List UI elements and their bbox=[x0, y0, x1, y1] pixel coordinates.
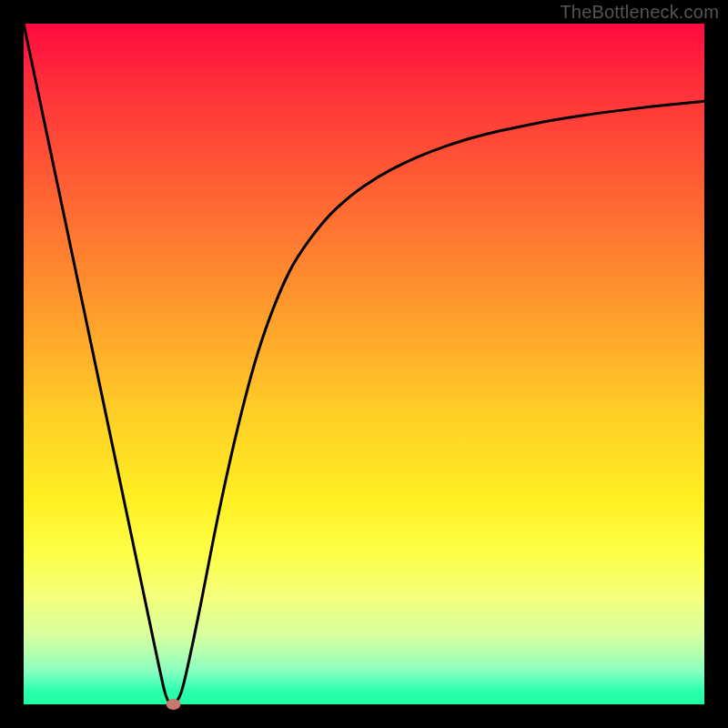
attribution-text: TheBottleneck.com bbox=[560, 2, 719, 23]
bottleneck-curve bbox=[24, 24, 704, 703]
curve-svg bbox=[24, 24, 704, 704]
minimum-marker bbox=[167, 699, 181, 710]
chart-frame: TheBottleneck.com bbox=[0, 0, 728, 728]
plot-area bbox=[24, 24, 704, 704]
